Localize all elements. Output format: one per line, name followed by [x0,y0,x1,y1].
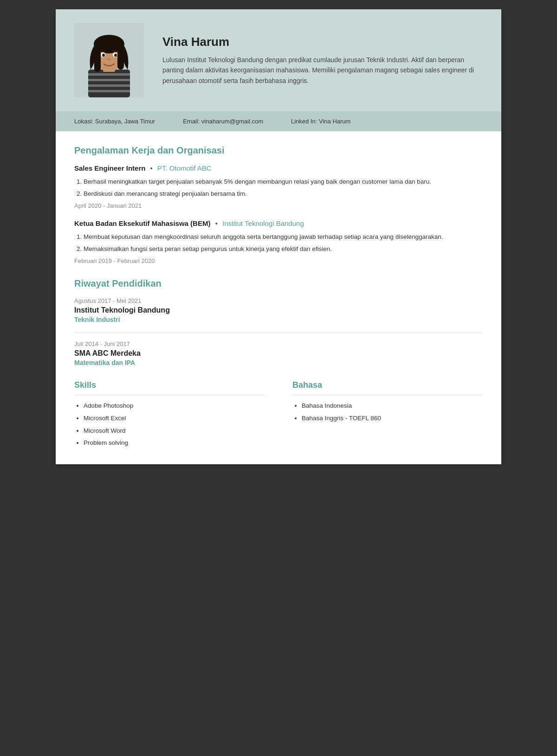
work-bullet-1-1: Berhasil meningkatkan target penjualan s… [84,177,483,187]
svg-rect-3 [88,79,130,81]
work-bullets-1: Berhasil meningkatkan target penjualan s… [74,177,483,199]
bahasa-list: Bahasa Indonesia Bahasa Inggris - TOEFL … [292,401,483,423]
work-date-2: Februari 2019 - Februari 2020 [74,257,483,264]
edu-major-1: Teknik Industri [74,316,483,323]
work-date-1: April 2020 - Januari 2021 [74,202,483,209]
svg-point-14 [114,54,117,57]
education-section-title: Riwayat Pendidikan [74,278,483,289]
resume-container: Vina Harum Lulusan Institut Teknologi Ba… [56,9,501,464]
svg-rect-4 [88,84,130,87]
skill-item-4: Problem solving [84,438,265,448]
contact-linkedin: Linked In: Vina Harum [291,118,350,125]
edu-date-1: Agustus 2017 - Mei 2021 [74,297,483,304]
header-info: Vina Harum Lulusan Institut Teknologi Ba… [162,35,483,86]
work-role-1: Sales Engineer Intern • PT. Otomotif ABC [74,164,483,172]
bahasa-column: Bahasa Bahasa Indonesia Bahasa Inggris -… [278,380,483,450]
edu-date-2: Juli 2014 - Juni 2017 [74,340,483,347]
edu-divider [74,333,483,333]
svg-rect-9 [94,44,101,72]
work-bullets-2: Membuat keputusan dan mengkoordinasi sel… [74,232,483,254]
svg-rect-5 [88,90,130,92]
work-bullet-1-2: Berdiskusi dan merancang strategi penjua… [84,189,483,199]
skills-title: Skills [74,380,265,390]
skill-item-1: Adobe Photoshop [84,401,265,411]
work-section-title: Pengalaman Kerja dan Organisasi [74,145,483,156]
bahasa-item-2: Bahasa Inggris - TOEFL 860 [302,413,483,423]
candidate-name: Vina Harum [162,35,483,49]
edu-school-2: SMA ABC Merdeka [74,349,483,358]
work-item-1: Sales Engineer Intern • PT. Otomotif ABC… [74,164,483,209]
candidate-bio: Lulusan Institut Teknologi Bandung denga… [162,55,483,86]
work-bullet-2-1: Membuat keputusan dan mengkoordinasi sel… [84,232,483,242]
edu-item-1: Agustus 2017 - Mei 2021 Institut Teknolo… [74,297,483,323]
skills-divider [74,395,265,395]
edu-school-1: Institut Teknologi Bandung [74,306,483,314]
skills-list: Adobe Photoshop Microsoft Excel Microsof… [74,401,265,448]
work-role-2: Ketua Badan Eksekutif Mahasiswa (BEM) • … [74,219,483,227]
bahasa-title: Bahasa [292,380,483,390]
edu-major-2: Matematika dan IPA [74,359,483,366]
svg-point-13 [102,54,105,57]
header-section: Vina Harum Lulusan Institut Teknologi Ba… [56,9,501,111]
avatar [74,23,144,97]
work-section: Pengalaman Kerja dan Organisasi Sales En… [74,145,483,264]
bahasa-divider [292,395,483,395]
contact-location: Lokasi: Surabaya, Jawa Timur [74,118,155,125]
bahasa-item-1: Bahasa Indonesia [302,401,483,411]
skills-column: Skills Adobe Photoshop Microsoft Excel M… [74,380,278,450]
contact-email: Email: vinaharum@gmail.com [183,118,263,125]
main-content: Pengalaman Kerja dan Organisasi Sales En… [56,131,501,464]
svg-rect-2 [88,73,130,76]
work-item-2: Ketua Badan Eksekutif Mahasiswa (BEM) • … [74,219,483,264]
education-section: Riwayat Pendidikan Agustus 2017 - Mei 20… [74,278,483,366]
skill-item-2: Microsoft Excel [84,413,265,423]
skills-bahasa-section: Skills Adobe Photoshop Microsoft Excel M… [74,380,483,450]
skill-item-3: Microsoft Word [84,426,265,436]
svg-point-15 [107,58,111,61]
contact-bar: Lokasi: Surabaya, Jawa Timur Email: vina… [56,111,501,131]
edu-item-2: Juli 2014 - Juni 2017 SMA ABC Merdeka Ma… [74,340,483,366]
work-bullet-2-2: Memaksimalkan fungsi serta peran setiap … [84,244,483,254]
